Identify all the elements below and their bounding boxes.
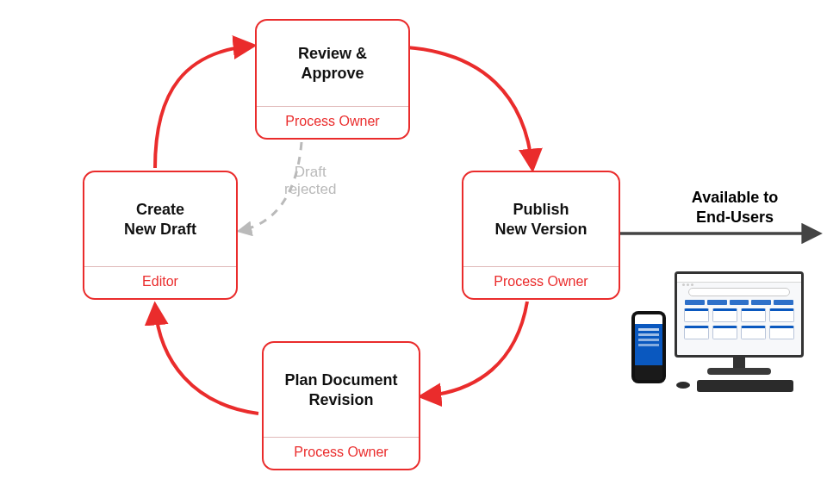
devices-illustration	[625, 271, 810, 414]
label-end-users: Available to End-Users	[670, 188, 799, 227]
node-role: Process Owner	[264, 437, 419, 469]
edge-review-to-publish	[407, 47, 532, 168]
edge-plan-to-create	[155, 306, 258, 414]
node-role: Process Owner	[257, 106, 408, 138]
mouse-icon	[676, 382, 690, 389]
node-title: Publish New Version	[463, 172, 619, 266]
monitor-base-icon	[707, 368, 771, 375]
node-title: Review & Approve	[257, 21, 408, 106]
node-title: Create New Draft	[84, 172, 236, 266]
node-create-draft: Create New Draft Editor	[83, 171, 238, 300]
node-role: Editor	[84, 266, 236, 298]
node-review-approve: Review & Approve Process Owner	[255, 19, 410, 140]
monitor-icon	[675, 271, 804, 358]
label-draft-rejected: Draft rejected	[284, 164, 336, 199]
node-plan-revision: Plan Document Revision Process Owner	[262, 341, 420, 470]
node-publish: Publish New Version Process Owner	[462, 171, 620, 300]
diagram-canvas: Review & Approve Process Owner Publish N…	[0, 0, 827, 504]
node-role: Process Owner	[463, 266, 619, 298]
phone-icon	[631, 311, 666, 383]
edge-create-to-review	[155, 46, 252, 168]
edge-publish-to-plan	[422, 302, 527, 396]
keyboard-icon	[697, 380, 793, 392]
node-title: Plan Document Revision	[264, 343, 419, 437]
